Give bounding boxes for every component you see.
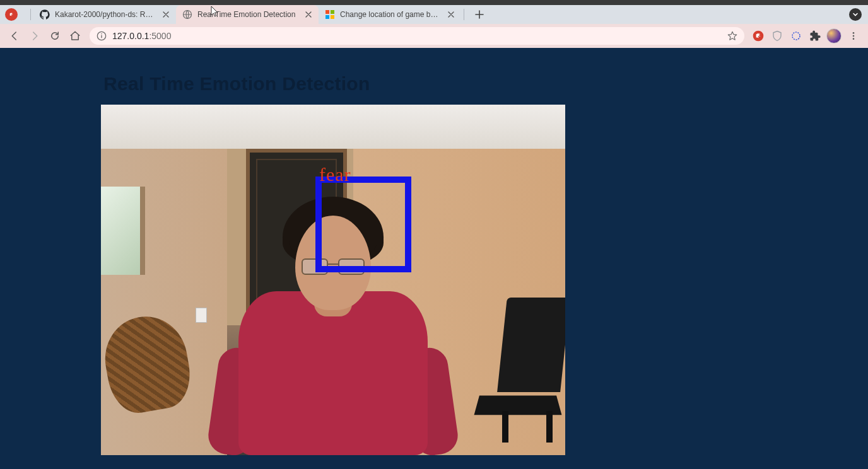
url-host: 127.0.0.1: [112, 31, 149, 41]
forward-button[interactable]: [25, 26, 44, 45]
svg-point-12: [853, 35, 855, 37]
scene-outlet: [196, 308, 207, 323]
microsoft-icon: [325, 9, 335, 20]
tab-gamebar[interactable]: Change location of game bar cap…: [319, 5, 461, 24]
emotion-label: fear: [319, 164, 351, 185]
tab-strip: Kakarot-2000/python-ds: Repos… Real Time…: [0, 5, 868, 24]
svg-rect-5: [331, 15, 334, 19]
browser-brand-icon: [5, 8, 18, 21]
svg-rect-3: [331, 10, 334, 14]
back-button[interactable]: [5, 26, 24, 45]
tab-overflow-button[interactable]: [849, 8, 862, 21]
url-path: :5000: [149, 31, 171, 41]
tab-title: Real Time Emotion Detection: [197, 10, 300, 19]
page-viewport[interactable]: Real Time Emotion Detection: [0, 48, 868, 469]
page-content: Real Time Emotion Detection: [101, 48, 767, 455]
bookmark-star-icon[interactable]: [727, 30, 738, 42]
profile-avatar[interactable]: [825, 27, 843, 45]
tab-github[interactable]: Kakarot-2000/python-ds: Repos…: [33, 5, 176, 24]
tab-title: Change location of game bar cap…: [340, 10, 442, 19]
scene-ceiling: [101, 105, 565, 149]
face-bounding-box: [315, 177, 411, 272]
window-titlebar: [0, 0, 868, 5]
avatar-icon: [826, 28, 842, 43]
tab-emotion-detection[interactable]: Real Time Emotion Detection: [176, 5, 319, 24]
svg-point-10: [792, 32, 800, 40]
extension-shield-icon[interactable]: [768, 27, 786, 45]
svg-rect-7: [101, 35, 102, 38]
svg-rect-8: [101, 33, 102, 34]
tab-title: Kakarot-2000/python-ds: Repos…: [55, 10, 157, 19]
github-icon: [40, 9, 50, 20]
video-stream: fear: [101, 105, 565, 455]
extensions-button[interactable]: [806, 27, 824, 45]
close-icon[interactable]: [446, 9, 456, 20]
reload-button[interactable]: [45, 26, 64, 45]
new-tab-button[interactable]: [471, 6, 488, 23]
globe-icon: [182, 9, 192, 20]
tab-separator: [30, 9, 31, 20]
browser-toolbar: 127.0.0.1:5000: [0, 24, 868, 48]
extension-circle-icon[interactable]: [787, 27, 805, 45]
svg-point-13: [853, 38, 855, 40]
svg-rect-2: [326, 10, 329, 14]
extension-duck-icon[interactable]: [749, 27, 767, 45]
address-bar[interactable]: 127.0.0.1:5000: [90, 27, 744, 45]
scene-window: [101, 187, 145, 275]
kebab-menu-button[interactable]: [844, 26, 863, 45]
close-icon[interactable]: [303, 9, 314, 20]
page-title: Real Time Emotion Detection: [103, 73, 767, 95]
home-button[interactable]: [66, 26, 85, 45]
scene-chair-right: [477, 298, 565, 443]
close-icon[interactable]: [161, 9, 171, 20]
svg-point-11: [853, 32, 855, 34]
svg-rect-4: [326, 15, 329, 19]
url-text: 127.0.0.1:5000: [112, 31, 171, 41]
tab-separator: [464, 9, 464, 20]
site-info-icon[interactable]: [96, 30, 107, 42]
